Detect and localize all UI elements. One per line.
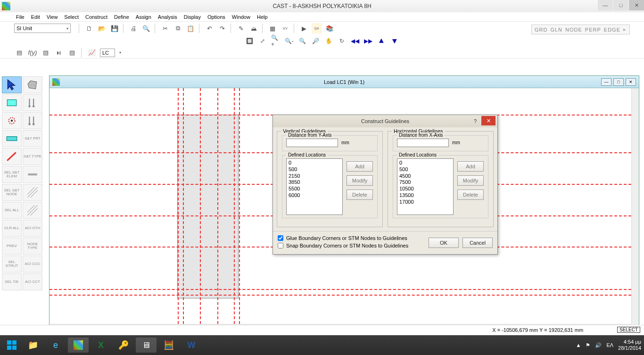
tool-hatch1[interactable]: [23, 184, 42, 201]
dialog-close-button[interactable]: ✕: [481, 116, 495, 125]
graph-icon[interactable]: 📈: [87, 48, 97, 58]
st-type[interactable]: S&T TYPE: [23, 148, 42, 165]
task-ie-icon[interactable]: e: [45, 338, 66, 353]
tool-strut[interactable]: [2, 130, 22, 147]
snap-checkbox[interactable]: [278, 243, 283, 248]
loadcase-table-icon[interactable]: ▤: [14, 48, 25, 58]
list-item[interactable]: 7500: [399, 179, 451, 186]
menu-construct[interactable]: Construct: [83, 13, 110, 21]
menu-analysis[interactable]: Analysis: [155, 13, 180, 21]
zoom-prev-icon[interactable]: 🔎: [310, 36, 321, 46]
hatch1-icon[interactable]: ▨: [41, 48, 51, 58]
dialog-help-button[interactable]: ?: [470, 117, 480, 125]
sel-strut[interactable]: SEL STRUT: [2, 256, 22, 272]
menu-select[interactable]: Select: [61, 13, 82, 21]
vertical-distance-input[interactable]: [286, 139, 338, 147]
zoom-extents-icon[interactable]: ⤢: [257, 36, 268, 46]
cut-icon[interactable]: ✂: [160, 23, 170, 33]
tool-section[interactable]: [23, 166, 42, 183]
film-icon[interactable]: ⏯: [54, 48, 64, 58]
task-calc-icon[interactable]: 🧮: [158, 338, 179, 353]
sel-tie[interactable]: SEL TIE: [2, 273, 22, 290]
vertical-add-button[interactable]: Add: [347, 161, 373, 172]
list-item[interactable]: 0: [289, 160, 340, 166]
horizontal-distance-input[interactable]: [397, 139, 449, 147]
menu-file[interactable]: File: [13, 13, 27, 21]
zoom-real-icon[interactable]: 🔍: [297, 36, 307, 46]
list-item[interactable]: 13500: [399, 192, 451, 199]
pan-down-icon[interactable]: ⯆: [389, 36, 400, 46]
sel-st-elem[interactable]: SEL S&T ELEM: [2, 166, 22, 183]
list-item[interactable]: 6000: [289, 192, 340, 199]
vertical-modify-button[interactable]: Modify: [347, 175, 373, 186]
ok-button[interactable]: OK: [429, 238, 459, 248]
preview-icon[interactable]: 🔍: [141, 23, 151, 33]
glue-checkbox-row[interactable]: Glue Boundary Corners or STM Nodes to Gu…: [278, 235, 425, 241]
save-icon[interactable]: 💾: [109, 23, 120, 33]
st-box-icon[interactable]: Sᴛ: [312, 23, 322, 33]
prev-sel[interactable]: PREV: [2, 238, 22, 255]
run-icon[interactable]: ▶: [299, 23, 309, 33]
pan-left-icon[interactable]: ◀◀: [350, 36, 360, 46]
xy-icon[interactable]: XY: [280, 23, 290, 33]
zoom-window-icon[interactable]: 🔲: [244, 36, 255, 46]
zoom-in-icon[interactable]: 🔍+: [271, 36, 281, 46]
sel-st-node[interactable]: SEL S&T NODE: [2, 184, 22, 201]
unit-select[interactable]: SI Unit: [14, 24, 71, 33]
tool-tie[interactable]: [2, 148, 22, 165]
vertical-delete-button[interactable]: Delete: [347, 190, 373, 200]
horizontal-add-button[interactable]: Add: [457, 161, 484, 172]
scrollbar-vertical[interactable]: [631, 88, 639, 324]
books-icon[interactable]: 📚: [324, 23, 335, 33]
open-icon[interactable]: 📂: [97, 23, 107, 33]
clr-all[interactable]: CLR ALL: [2, 220, 22, 237]
snap-grd[interactable]: GRD: [535, 27, 547, 33]
tool-arrows[interactable]: [23, 94, 42, 111]
aci-oth[interactable]: ACI OTH: [23, 220, 42, 237]
grid-icon[interactable]: ▦: [267, 23, 278, 33]
tool-shape[interactable]: [2, 94, 22, 111]
new-icon[interactable]: 🗋: [84, 23, 94, 33]
maximize-button[interactable]: □: [613, 0, 628, 10]
pan-icon[interactable]: ✋: [323, 36, 334, 46]
list-item[interactable]: 0: [399, 160, 451, 166]
aci-cct[interactable]: ACI CCT: [23, 273, 42, 290]
start-button[interactable]: [3, 338, 21, 353]
snap-perp[interactable]: PERP: [585, 27, 601, 33]
snap-gln[interactable]: GLN: [550, 27, 562, 33]
menu-define[interactable]: Define: [111, 13, 132, 21]
task-excel-icon[interactable]: X: [91, 338, 111, 353]
cancel-button[interactable]: Cancel: [462, 238, 493, 248]
list-item[interactable]: 5500: [289, 186, 340, 192]
tool-arrows2[interactable]: [23, 112, 42, 129]
rotate-icon[interactable]: ↻: [337, 36, 347, 46]
print-icon[interactable]: 🖨: [128, 23, 139, 33]
st-prt[interactable]: S&T PRT: [23, 130, 42, 147]
zoom-out-icon[interactable]: 🔍-: [284, 36, 294, 46]
menu-assign[interactable]: Assign: [133, 13, 154, 21]
tray-clock[interactable]: 4:54 μμ 28/1/2014: [618, 339, 641, 351]
menu-display[interactable]: Display: [181, 13, 204, 21]
menu-options[interactable]: Options: [205, 13, 228, 21]
undo-icon[interactable]: ↶: [204, 23, 215, 33]
tool-hatch2[interactable]: [23, 202, 42, 219]
doc-max-button[interactable]: □: [613, 78, 624, 86]
func-icon[interactable]: f(y): [27, 48, 38, 58]
node-type[interactable]: NODE TYPE: [23, 238, 42, 255]
doc-titlebar[interactable]: Load LC1 (Win 1) — □ ✕: [50, 76, 639, 88]
hatch2-icon[interactable]: ▨: [67, 48, 77, 58]
snap-node[interactable]: NODE: [565, 27, 582, 33]
dialog-titlebar[interactable]: Construct Guidelines ? ✕: [273, 115, 497, 127]
list-item[interactable]: 17000: [399, 199, 451, 206]
paste-icon[interactable]: 📋: [185, 23, 196, 33]
horizontal-delete-button[interactable]: Delete: [457, 190, 484, 200]
list-item[interactable]: 2150: [289, 173, 340, 180]
glue-checkbox[interactable]: [278, 235, 283, 241]
snap-edge[interactable]: EDGE: [604, 27, 620, 33]
pan-up-icon[interactable]: ⯅: [376, 36, 387, 46]
horizontal-modify-button[interactable]: Modify: [457, 175, 484, 186]
landscape-icon[interactable]: ⛰: [248, 23, 259, 33]
task-cast-icon[interactable]: [68, 338, 89, 353]
horizontal-locations-list[interactable]: 0 500 4500 7500 10500 13500 17000: [397, 158, 454, 215]
lc-select[interactable]: LC: [100, 49, 115, 57]
